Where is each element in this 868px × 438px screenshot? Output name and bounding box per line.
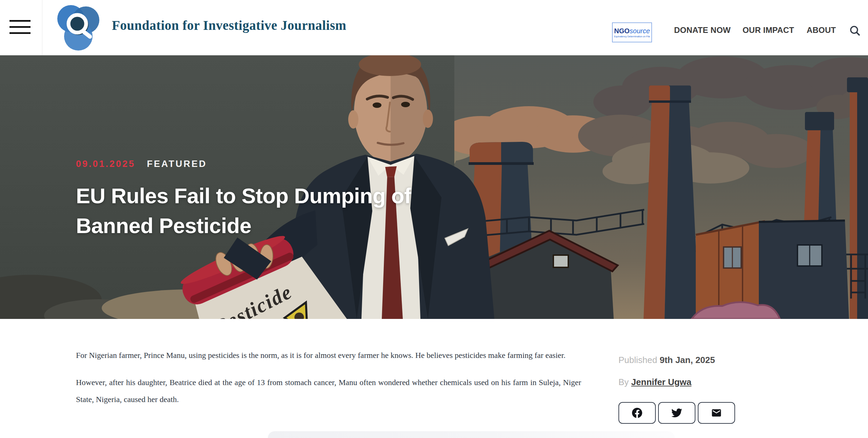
nav-donate-now[interactable]: DONATE NOW [674,25,731,35]
by-label: By [618,377,629,387]
ngo-source-badge[interactable]: NGOsource Equivalency Determination on F… [612,22,652,42]
share-buttons [618,402,735,424]
hamburger-menu-icon[interactable] [9,20,31,36]
published-date: 9th Jan, 2025 [659,355,715,365]
email-icon [711,407,722,418]
share-email-button[interactable] [698,402,735,424]
search-icon[interactable] [848,24,863,39]
ngo-badge-italic: source [630,27,650,35]
article-headline: EU Rules Fail to Stop Dumping of Banned … [76,181,486,241]
site-title[interactable]: Foundation for Investigative Journalism [112,18,347,33]
article-body: For Nigerian farmer, Prince Manu, using … [76,347,581,418]
article-paragraph: For Nigerian farmer, Prince Manu, using … [76,347,581,364]
nav-our-impact[interactable]: OUR IMPACT [743,25,794,35]
facebook-icon [632,408,642,418]
header: Foundation for Investigative Journalism … [0,0,868,55]
author-link[interactable]: Jennifer Ugwa [631,377,692,387]
site-logo-icon[interactable] [52,3,105,53]
share-twitter-button[interactable] [658,402,695,424]
twitter-icon [671,407,682,418]
ngo-badge-bold: NGO [614,27,630,35]
published-label: Published [618,355,657,365]
article-date: 09.01.2025 [76,159,135,169]
nav-about[interactable]: ABOUT [807,25,836,35]
hero-meta: 09.01.2025 FEATURED [76,159,207,169]
hero-section: Pesticide 09.01.2025 FEATURED EU Rules F… [0,55,868,319]
byline-panel: Published 9th Jan, 2025 By Jennifer Ugwa [618,355,715,399]
share-facebook-button[interactable] [618,402,656,424]
header-divider [42,0,42,55]
featured-badge: FEATURED [147,159,207,169]
scroll-panel-top [268,431,675,438]
page: Foundation for Investigative Journalism … [0,0,868,438]
article-paragraph: However, after his daughter, Beatrice di… [76,374,581,408]
ngo-badge-tagline: Equivalency Determination on File [614,35,650,38]
